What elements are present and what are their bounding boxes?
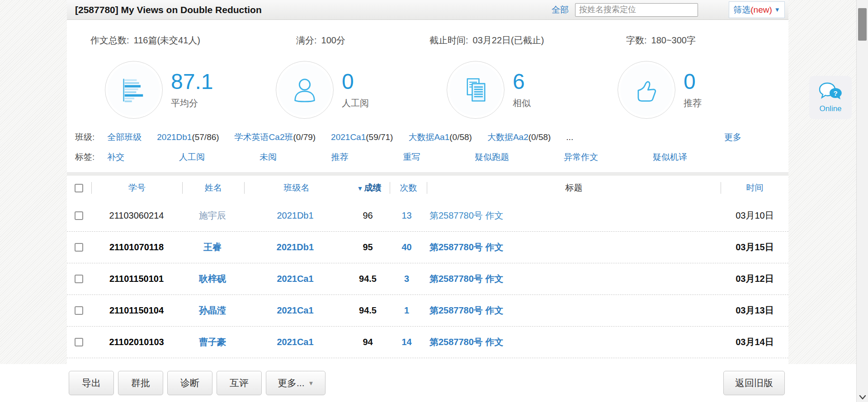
- scroll-down-arrow[interactable]: [857, 395, 868, 400]
- times-link[interactable]: 1: [388, 305, 425, 316]
- stats-row: 87.1 平均分 0 人工阅: [67, 61, 788, 119]
- stat-recommend: 0 推荐: [618, 61, 788, 119]
- assignment-panel: [2587780] My Views on Double Reduction 全…: [67, 0, 788, 364]
- all-link[interactable]: 全部: [552, 4, 569, 16]
- scrollbar-thumb[interactable]: [858, 8, 867, 41]
- stat-text: 0 推荐: [684, 71, 702, 109]
- class-link: 2021Ca1: [331, 132, 366, 142]
- class-count: (0/58): [449, 132, 472, 142]
- select-all-checkbox[interactable]: [75, 184, 83, 192]
- header-name[interactable]: 姓名: [183, 182, 244, 194]
- more-button[interactable]: 更多... ▼: [266, 371, 326, 395]
- times-link[interactable]: 40: [388, 242, 425, 252]
- more-classes-link[interactable]: 更多: [724, 131, 741, 143]
- back-to-old-version-button[interactable]: 返回旧版: [723, 371, 785, 395]
- diagnose-button[interactable]: 诊断: [167, 371, 212, 395]
- submit-date: 03月15日: [721, 241, 788, 253]
- student-name[interactable]: 施宇辰: [182, 210, 243, 222]
- submit-date: 03月10日: [721, 210, 788, 222]
- filter-new-badge: (new): [750, 5, 772, 15]
- table-row: 21101150101 耿梓砚 2021Ca1 94.5 3 第2587780号…: [67, 263, 788, 295]
- class-filter-ellipsis: ...: [566, 132, 573, 142]
- stat-average-label: 平均分: [171, 97, 213, 109]
- row-checkbox[interactable]: [75, 306, 83, 315]
- sort-desc-icon: ▼: [357, 185, 363, 192]
- class-link[interactable]: 2021Db1: [243, 210, 347, 221]
- class-link[interactable]: 2021Db1: [243, 242, 347, 252]
- times-link[interactable]: 13: [388, 210, 425, 221]
- chevron-down-icon: ▼: [308, 380, 314, 387]
- class-count: (59/71): [366, 132, 393, 142]
- class-filter-item[interactable]: 2021Ca1(59/71): [331, 132, 393, 142]
- tag-machine-translate[interactable]: 疑似机译: [653, 151, 687, 163]
- summary-wordcount: 字数:180~300字: [626, 34, 696, 47]
- submit-date: 03月13日: [721, 304, 788, 317]
- times-link[interactable]: 14: [388, 337, 425, 347]
- student-id: 21103060214: [91, 210, 182, 221]
- header-score[interactable]: ▼成绩: [349, 182, 390, 194]
- header-class[interactable]: 班级名: [245, 182, 349, 194]
- documents-icon: [447, 61, 505, 119]
- header-times[interactable]: 次数: [390, 182, 427, 194]
- summary-deadline: 截止时间:03月22日(已截止): [429, 34, 626, 47]
- essay-link[interactable]: 第2587780号 作文: [425, 210, 721, 222]
- tags-wrap: 补交 人工阅 未阅 推荐 重写 疑似跑题 异常作文 疑似机译: [107, 151, 687, 163]
- class-filter-item[interactable]: 大数据Aa1(0/58): [408, 131, 472, 143]
- student-name[interactable]: 曹子豪: [182, 336, 243, 348]
- summary-fullscore: 满分:100分: [296, 34, 429, 47]
- class-link: 大数据Aa1: [408, 132, 449, 142]
- tag-manual-review[interactable]: 人工阅: [179, 151, 205, 163]
- class-filter-all[interactable]: 全部班级: [107, 131, 142, 143]
- essay-link[interactable]: 第2587780号 作文: [425, 336, 721, 348]
- score-value: 94.5: [347, 274, 388, 284]
- class-filter-item[interactable]: 2021Db1(57/86): [157, 132, 219, 142]
- online-help-widget[interactable]: ? Online: [809, 76, 852, 119]
- score-value: 95: [347, 242, 388, 252]
- stat-manual-review: 0 人工阅: [276, 61, 447, 119]
- filter-dropdown[interactable]: 筛选 (new) ▼: [729, 1, 785, 18]
- times-link[interactable]: 3: [388, 274, 425, 284]
- person-icon: [276, 61, 334, 119]
- row-checkbox[interactable]: [75, 275, 83, 283]
- vertical-scrollbar[interactable]: [856, 0, 868, 402]
- tag-late-submit[interactable]: 补交: [107, 151, 124, 163]
- tag-recommend[interactable]: 推荐: [331, 151, 349, 163]
- summary-wordcount-value: 180~300字: [651, 35, 696, 45]
- header-student-id[interactable]: 学号: [92, 182, 182, 194]
- student-name[interactable]: 王睿: [182, 241, 243, 253]
- search-input[interactable]: [575, 3, 698, 17]
- row-checkbox[interactable]: [75, 211, 83, 220]
- tag-abnormal[interactable]: 异常作文: [564, 151, 598, 163]
- header-date[interactable]: 时间: [721, 182, 788, 194]
- class-link[interactable]: 2021Ca1: [243, 274, 347, 284]
- row-checkbox-cell: [67, 306, 91, 315]
- class-filter-item[interactable]: 大数据Aa2(0/58): [487, 131, 551, 143]
- essay-link[interactable]: 第2587780号 作文: [425, 241, 721, 253]
- row-checkbox[interactable]: [75, 338, 83, 346]
- stat-similar: 6 相似: [447, 61, 618, 119]
- stat-text: 0 人工阅: [342, 71, 369, 109]
- summary-total: 作文总数:116篇(未交41人): [90, 34, 296, 47]
- essay-link[interactable]: 第2587780号 作文: [425, 304, 721, 317]
- bar-chart-icon: [105, 61, 163, 119]
- peer-review-button[interactable]: 互评: [217, 371, 262, 395]
- tag-off-topic[interactable]: 疑似跑题: [475, 151, 509, 163]
- student-name[interactable]: 孙晶滢: [182, 304, 243, 317]
- tag-unread[interactable]: 未阅: [259, 151, 277, 163]
- export-button[interactable]: 导出: [69, 371, 114, 395]
- table-row: 21102010103 曹子豪 2021Ca1 94 14 第2587780号 …: [67, 327, 788, 358]
- student-name[interactable]: 耿梓砚: [182, 273, 243, 285]
- header-title: 标题: [427, 182, 721, 194]
- tag-rewrite[interactable]: 重写: [403, 151, 420, 163]
- header-right: 全部 筛选 (new) ▼: [552, 1, 785, 18]
- batch-button[interactable]: 群批: [118, 371, 163, 395]
- stat-average-value: 87.1: [171, 71, 213, 93]
- essay-link[interactable]: 第2587780号 作文: [425, 273, 721, 285]
- row-checkbox[interactable]: [75, 243, 83, 252]
- row-checkbox-cell: [67, 275, 91, 283]
- summary-fullscore-label: 满分:: [296, 35, 317, 45]
- class-link[interactable]: 2021Ca1: [243, 305, 347, 316]
- summary-fullscore-value: 100分: [321, 35, 345, 45]
- class-filter-item[interactable]: 学术英语Ca2班(0/79): [235, 131, 316, 143]
- class-link[interactable]: 2021Ca1: [243, 337, 347, 347]
